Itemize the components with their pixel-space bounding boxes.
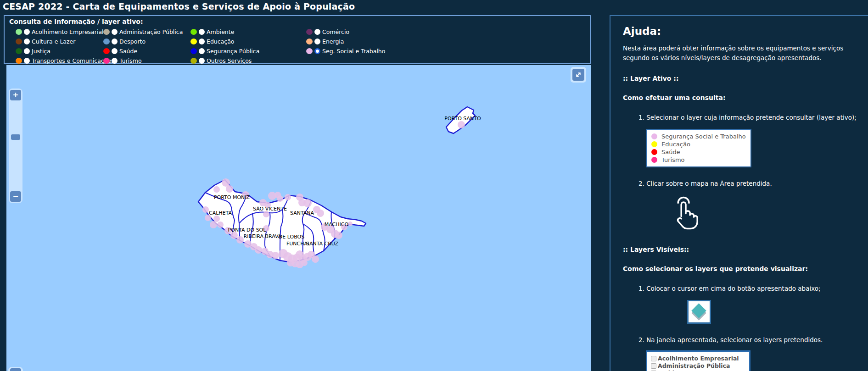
layer-checkbox-row: Administração Pública xyxy=(651,362,745,370)
section-layer-ativo: :: Layer Ativo :: xyxy=(623,75,860,82)
layer-option[interactable]: Saúde xyxy=(103,48,190,55)
facility-point xyxy=(458,121,465,128)
layer-option[interactable]: Segurança Pública xyxy=(190,48,306,55)
layer-radio[interactable] xyxy=(24,58,30,64)
layer-option[interactable]: Energia xyxy=(306,38,585,45)
step-select-layers: 2. Na janela apresentada, selecionar os … xyxy=(638,336,860,343)
layer-option[interactable]: Justiça xyxy=(16,48,103,55)
layer-radio[interactable] xyxy=(24,29,30,35)
layer-label: Administração Pública xyxy=(119,28,183,35)
layer-color-dot xyxy=(190,48,197,54)
layer-color-dot xyxy=(651,157,657,163)
layer-radio[interactable] xyxy=(112,39,118,44)
map-canvas[interactable]: PORTO MONIZCALHETASÃO VICENTESANTANAMACH… xyxy=(6,65,591,371)
layer-label: Justiça xyxy=(32,48,50,55)
municipality-label: SANTA CRUZ xyxy=(306,241,339,247)
checkbox-icon xyxy=(651,356,656,361)
section-layers-visiveis: :: Layers Visíveis:: xyxy=(623,246,860,253)
tap-hand-icon xyxy=(666,194,699,234)
layer-color-dot xyxy=(306,39,313,44)
municipality-label: PORTO MONIZ xyxy=(214,194,250,200)
active-layer-panel-title: Consulta de informação / layer ativo: xyxy=(9,18,585,25)
layer-option[interactable]: Cultura e Lazer xyxy=(16,38,103,45)
active-layer-panel: Consulta de informação / layer ativo: Ac… xyxy=(4,15,591,64)
sample-layer-row: Turismo xyxy=(651,156,746,164)
layer-option[interactable]: Comércio xyxy=(306,28,585,35)
municipality-labels: PORTO MONIZCALHETASÃO VICENTESANTANAMACH… xyxy=(209,116,481,247)
sample-layer-row: Saúde xyxy=(651,148,746,156)
help-panel: Ajuda: Nesta área poderá obter informaçã… xyxy=(610,15,868,371)
layer-radio[interactable] xyxy=(314,29,320,35)
layer-option[interactable]: Desporto xyxy=(103,38,190,45)
layer-option[interactable]: Educação xyxy=(190,38,306,45)
layer-option[interactable]: Administração Pública xyxy=(103,28,190,35)
layer-color-dot xyxy=(651,149,657,155)
layer-option[interactable]: Acolhimento Empresarial xyxy=(16,28,103,35)
layer-color-dot xyxy=(651,141,657,147)
facility-point xyxy=(202,206,209,213)
layer-color-dot xyxy=(306,29,313,35)
layer-color-dot xyxy=(16,39,22,44)
layer-radio[interactable] xyxy=(314,39,320,44)
layer-label: Outros Serviços xyxy=(207,57,252,64)
layer-radio[interactable] xyxy=(112,48,118,54)
help-intro: Nesta área poderá obter informação sobre… xyxy=(623,44,860,63)
zoom-slider-handle[interactable] xyxy=(11,134,20,140)
layer-label: Turismo xyxy=(119,57,142,64)
expand-diagonal-icon xyxy=(574,71,582,79)
layer-label: Transportes e Comunicações xyxy=(32,57,114,64)
fullscreen-button[interactable] xyxy=(572,69,584,81)
layer-label: Ambiente xyxy=(207,28,234,35)
municipality-label: PONTA DO SOL xyxy=(228,227,267,233)
facility-point xyxy=(255,246,262,254)
step-click-map: 2. Clicar sobre o mapa na Área pretendid… xyxy=(638,180,860,187)
layer-radio[interactable] xyxy=(112,29,118,35)
layer-radio[interactable] xyxy=(314,48,320,54)
layer-radio[interactable] xyxy=(199,48,205,54)
layer-radio[interactable] xyxy=(199,29,205,35)
layer-label: Cultura e Lazer xyxy=(32,38,75,45)
zoom-out-button[interactable]: − xyxy=(10,191,21,202)
layer-label: Seg. Social e Trabalho xyxy=(322,48,385,55)
municipality-label: MACHICO xyxy=(325,221,349,227)
municipality-label: SANTANA xyxy=(290,210,314,216)
layer-radio[interactable] xyxy=(199,58,205,64)
map-image[interactable]: PORTO MONIZCALHETASÃO VICENTESANTANAMACH… xyxy=(6,65,591,371)
layer-radio[interactable] xyxy=(199,39,205,44)
layer-option[interactable]: Transportes e Comunicações xyxy=(16,57,103,64)
layer-checkbox-list-image: Acolhimento EmpresarialAdministração Púb… xyxy=(646,350,750,371)
layer-color-dot xyxy=(16,58,22,64)
section-como-selecionar: Como selecionar os layers que pretende v… xyxy=(623,265,860,272)
layer-radio[interactable] xyxy=(24,48,30,54)
bottom-left-button[interactable] xyxy=(10,368,21,371)
help-title: Ajuda: xyxy=(623,25,860,37)
layer-color-dot xyxy=(190,58,197,64)
layer-option[interactable]: Ambiente xyxy=(190,28,306,35)
layer-option[interactable]: Seg. Social e Trabalho xyxy=(306,48,585,55)
layer-color-dot xyxy=(103,29,110,35)
facility-point xyxy=(317,210,324,217)
facility-point xyxy=(226,185,233,193)
layer-radio[interactable] xyxy=(24,39,30,44)
layer-label: Educação xyxy=(207,38,234,45)
layers-button-image xyxy=(687,300,711,324)
facility-point xyxy=(272,252,279,259)
layer-color-dot xyxy=(103,48,110,54)
facility-point xyxy=(303,199,312,207)
layer-option[interactable]: Outros Serviços xyxy=(190,57,306,64)
facility-point xyxy=(301,260,308,266)
step-hover-button: 1. Colocar o cursor em cima do botão apr… xyxy=(638,285,860,292)
zoom-slider-track[interactable] xyxy=(10,100,21,191)
layer-label: Saúde xyxy=(119,48,137,55)
facility-point xyxy=(217,221,224,228)
layer-option[interactable]: Turismo xyxy=(103,57,190,64)
zoom-in-button[interactable]: + xyxy=(10,90,21,100)
layer-color-dot xyxy=(306,48,313,54)
layers-icon xyxy=(691,303,706,318)
facility-point xyxy=(213,216,220,222)
facility-point xyxy=(277,195,283,202)
layer-radio[interactable] xyxy=(112,58,118,64)
municipality-label: PORTO SANTO xyxy=(444,116,481,122)
layer-label: Acolhimento Empresarial xyxy=(32,28,104,35)
layer-color-dot xyxy=(103,58,110,64)
